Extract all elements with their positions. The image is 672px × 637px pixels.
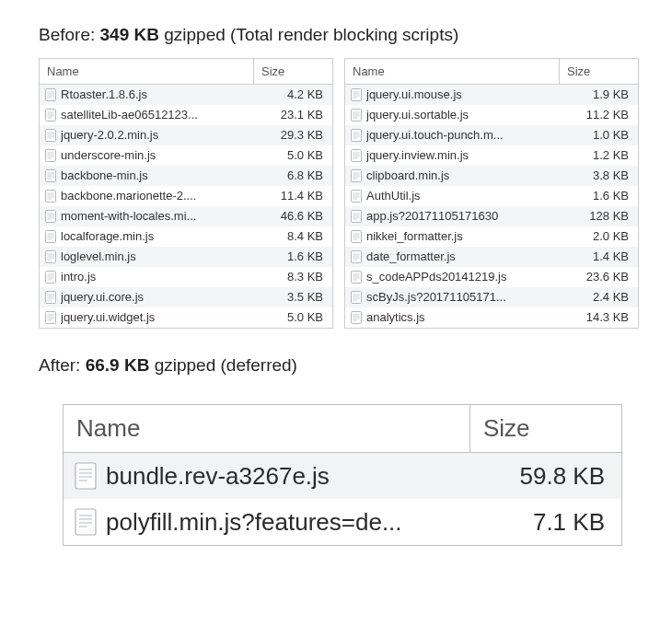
- file-name: jquery.inview.min.js: [366, 148, 469, 162]
- file-icon: [351, 149, 362, 162]
- file-name: localforage.min.js: [61, 229, 154, 243]
- file-icon: [45, 129, 56, 142]
- column-header-size[interactable]: Size: [254, 59, 332, 84]
- table-row[interactable]: jquery.ui.core.js3.5 KB: [40, 287, 332, 307]
- file-name-cell: jquery.ui.mouse.js: [345, 87, 560, 101]
- file-name-cell: underscore-min.js: [40, 148, 254, 162]
- table-row[interactable]: backbone.marionette-2....11.4 KB: [40, 186, 332, 206]
- table-row[interactable]: jquery.inview.min.js1.2 KB: [345, 145, 638, 166]
- file-size: 7.1 KB: [470, 508, 621, 537]
- file-size: 3.5 KB: [254, 290, 332, 304]
- file-icon: [351, 271, 362, 284]
- svg-rect-90: [352, 210, 362, 222]
- file-icon: [75, 508, 97, 536]
- file-name-cell: jquery.inview.min.js: [345, 148, 560, 162]
- file-size: 1.2 KB: [560, 148, 638, 162]
- file-size: 6.8 KB: [254, 168, 332, 182]
- column-header-name[interactable]: Name: [64, 405, 470, 452]
- svg-rect-45: [46, 271, 56, 283]
- file-size: 5.0 KB: [254, 148, 332, 162]
- table-row[interactable]: analytics.js14.3 KB: [345, 307, 638, 328]
- table-row[interactable]: jquery.ui.sortable.js11.2 KB: [345, 105, 638, 125]
- file-name: AuthUtil.js: [366, 189, 421, 203]
- file-name: scByJs.js?20171105171...: [366, 290, 506, 304]
- table-row[interactable]: clipboard.min.js3.8 KB: [345, 166, 638, 186]
- file-name-cell: polyfill.min.js?features=de...: [64, 508, 470, 537]
- file-size: 46.6 KB: [254, 209, 332, 223]
- file-size: 11.2 KB: [560, 108, 638, 122]
- after-table: Name Size bundle.rev-a3267e.js59.8 KB po…: [63, 404, 622, 546]
- svg-rect-125: [75, 509, 96, 535]
- column-header-size[interactable]: Size: [560, 59, 638, 84]
- file-icon: [351, 129, 362, 142]
- table-row[interactable]: backbone-min.js6.8 KB: [40, 166, 332, 186]
- file-name: nikkei_formatter.js: [366, 229, 463, 243]
- file-size: 3.8 KB: [560, 168, 638, 182]
- svg-rect-70: [352, 129, 362, 141]
- file-size: 1.4 KB: [560, 249, 638, 263]
- file-name-cell: analytics.js: [345, 310, 560, 324]
- table-row[interactable]: jquery.ui.widget.js5.0 KB: [40, 307, 332, 328]
- table-row[interactable]: Rtoaster.1.8.6.js4.2 KB: [40, 85, 332, 105]
- table-row[interactable]: date_formatter.js1.4 KB: [345, 247, 638, 267]
- file-icon: [351, 109, 362, 122]
- column-header-name[interactable]: Name: [345, 59, 560, 84]
- file-name: bundle.rev-a3267e.js: [106, 462, 330, 491]
- svg-rect-60: [352, 88, 362, 100]
- table-row[interactable]: underscore-min.js5.0 KB: [40, 145, 332, 166]
- after-heading-prefix: After:: [39, 355, 86, 375]
- file-name-cell: satelliteLib-ae06512123...: [40, 108, 254, 122]
- before-table-right: Name Size jquery.ui.mouse.js1.9 KB jquer…: [344, 58, 639, 329]
- table-row[interactable]: AuthUtil.js1.6 KB: [345, 186, 638, 206]
- file-name-cell: clipboard.min.js: [345, 168, 560, 182]
- file-icon: [351, 291, 362, 304]
- svg-rect-10: [46, 129, 56, 141]
- svg-rect-20: [46, 169, 56, 181]
- svg-rect-105: [352, 271, 362, 283]
- file-name-cell: scByJs.js?20171105171...: [345, 290, 560, 304]
- file-icon: [45, 190, 56, 203]
- file-size: 5.0 KB: [254, 310, 332, 324]
- file-name: jquery.ui.widget.js: [61, 310, 155, 324]
- table-row[interactable]: moment-with-locales.mi...46.6 KB: [40, 206, 332, 226]
- table-row[interactable]: jquery.ui.mouse.js1.9 KB: [345, 85, 638, 105]
- file-name-cell: s_codeAPPds20141219.js: [345, 270, 560, 284]
- file-name: analytics.js: [366, 310, 425, 324]
- svg-rect-25: [46, 190, 56, 202]
- table-row[interactable]: nikkei_formatter.js2.0 KB: [345, 226, 638, 247]
- table-row[interactable]: bundle.rev-a3267e.js59.8 KB: [64, 453, 621, 499]
- table-header: Name Size: [40, 59, 332, 85]
- file-size: 1.6 KB: [254, 249, 332, 263]
- file-name-cell: AuthUtil.js: [345, 189, 560, 203]
- file-icon: [45, 250, 56, 263]
- before-heading-suffix: gzipped (Total render blocking scripts): [159, 25, 458, 44]
- column-header-size[interactable]: Size: [470, 405, 621, 452]
- column-header-name[interactable]: Name: [40, 59, 254, 84]
- file-name-cell: jquery.ui.touch-punch.m...: [345, 128, 560, 142]
- table-row[interactable]: jquery-2.0.2.min.js29.3 KB: [40, 125, 332, 145]
- file-name: intro.js: [61, 270, 96, 284]
- file-name-cell: date_formatter.js: [345, 249, 560, 263]
- file-size: 128 KB: [560, 209, 638, 223]
- file-name: jquery.ui.mouse.js: [366, 87, 462, 101]
- table-row[interactable]: app.js?20171105171630128 KB: [345, 206, 638, 226]
- before-heading: Before: 349 KB gzipped (Total render blo…: [39, 24, 646, 47]
- file-icon: [351, 190, 362, 203]
- table-row[interactable]: scByJs.js?20171105171...2.4 KB: [345, 287, 638, 307]
- table-row[interactable]: polyfill.min.js?features=de...7.1 KB: [64, 499, 621, 545]
- table-row[interactable]: localforage.min.js8.4 KB: [40, 226, 332, 247]
- table-row[interactable]: loglevel.min.js1.6 KB: [40, 247, 332, 267]
- file-name: moment-with-locales.mi...: [61, 209, 196, 223]
- table-row[interactable]: intro.js8.3 KB: [40, 267, 332, 287]
- svg-rect-85: [352, 190, 362, 202]
- table-row[interactable]: s_codeAPPds20141219.js23.6 KB: [345, 267, 638, 287]
- file-icon: [351, 169, 362, 182]
- svg-rect-65: [352, 109, 362, 121]
- file-size: 2.0 KB: [560, 229, 638, 243]
- table-header: Name Size: [345, 59, 638, 85]
- file-icon: [351, 88, 362, 101]
- table-row[interactable]: satelliteLib-ae06512123...23.1 KB: [40, 105, 332, 125]
- file-name: satelliteLib-ae06512123...: [61, 108, 198, 122]
- file-size: 8.4 KB: [254, 229, 332, 243]
- table-row[interactable]: jquery.ui.touch-punch.m...1.0 KB: [345, 125, 638, 145]
